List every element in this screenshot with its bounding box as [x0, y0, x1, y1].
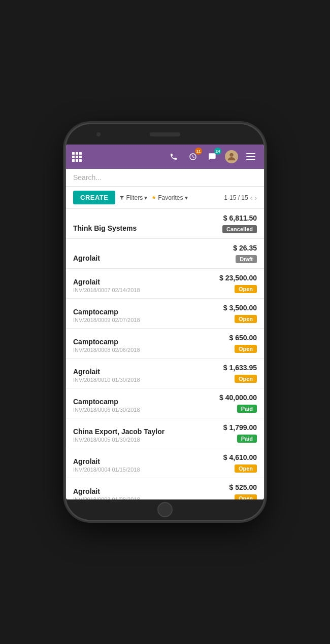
- invoice-right: $ 23,500.00 Open: [219, 274, 257, 293]
- activity-badge: 11: [195, 148, 202, 155]
- invoice-right: $ 650.00 Open: [229, 334, 257, 353]
- chat-badge: 24: [214, 148, 221, 155]
- prev-page-button[interactable]: ‹: [250, 194, 253, 202]
- invoice-left: Agrolait INV/2018/0010 01/30/2018: [73, 368, 140, 383]
- status-badge: Open: [235, 285, 257, 293]
- invoice-item[interactable]: Agrolait INV/2018/0010 01/30/2018 $ 1,63…: [66, 359, 264, 388]
- invoice-amount: $ 1,799.00: [223, 423, 257, 432]
- phone-button[interactable]: [167, 150, 181, 164]
- create-button[interactable]: CREATE: [73, 191, 115, 204]
- invoice-company: Agrolait: [73, 254, 100, 262]
- activity-button[interactable]: 11: [186, 150, 200, 164]
- invoice-amount: $ 23,500.00: [219, 274, 257, 282]
- status-badge: Open: [235, 345, 257, 353]
- menu-icon-area[interactable]: [72, 152, 82, 162]
- grid-menu-icon[interactable]: [72, 152, 82, 162]
- invoice-amount: $ 4,610.00: [223, 453, 257, 461]
- invoice-company: Agrolait: [73, 278, 140, 286]
- invoice-company: China Export, Jacob Taylor: [73, 427, 164, 436]
- status-badge: Paid: [237, 405, 257, 413]
- favorites-button[interactable]: Favorites ▾: [151, 194, 187, 201]
- status-badge: Draft: [236, 255, 257, 263]
- next-page-button[interactable]: ›: [254, 194, 257, 202]
- invoice-left: Agrolait INV/2018/0003 01/08/2018: [73, 487, 140, 499]
- invoice-company: Think Big Systems: [73, 224, 137, 232]
- invoice-left: Camptocamp INV/2018/0009 02/07/2018: [73, 308, 140, 323]
- invoice-company: Camptocamp: [73, 308, 140, 316]
- front-camera: [96, 132, 101, 136]
- invoice-item[interactable]: Agrolait INV/2018/0003 01/08/2018 $ 525.…: [66, 478, 264, 499]
- invoice-right: $ 40,000.00 Paid: [219, 393, 257, 413]
- invoice-amount: $ 6,811.50: [222, 214, 257, 222]
- invoice-company: Agrolait: [73, 487, 140, 495]
- invoice-ref: INV/2018/0008 02/06/2018: [73, 347, 140, 353]
- favorites-label: Favorites: [158, 194, 183, 201]
- svg-rect-2: [246, 156, 255, 157]
- invoice-list: Think Big Systems $ 6,811.50 Cancelled A…: [66, 209, 264, 499]
- invoice-item[interactable]: Camptocamp INV/2018/0009 02/07/2018 $ 3,…: [66, 299, 264, 329]
- invoice-company: Agrolait: [73, 368, 140, 376]
- invoice-right: $ 6,811.50 Cancelled: [222, 214, 257, 233]
- pagination-text: 1-15 / 15: [224, 194, 248, 201]
- star-icon: [151, 195, 156, 200]
- invoice-right: $ 4,610.00 Open: [223, 453, 257, 473]
- search-input[interactable]: [73, 173, 257, 182]
- filters-chevron: ▾: [144, 194, 147, 201]
- invoice-ref: INV/2018/0009 02/07/2018: [73, 317, 140, 323]
- filters-button[interactable]: Filters ▾: [119, 194, 147, 201]
- invoice-left: Camptocamp INV/2018/0008 02/06/2018: [73, 338, 140, 353]
- avatar: [225, 150, 238, 163]
- invoice-amount: $ 3,500.00: [223, 304, 257, 312]
- status-badge: Open: [235, 494, 257, 499]
- invoice-item[interactable]: Agrolait $ 26.35 Draft: [66, 239, 264, 269]
- status-badge: Open: [235, 464, 257, 473]
- invoice-right: $ 1,633.95 Open: [223, 364, 257, 383]
- invoice-amount: $ 525.00: [229, 483, 257, 491]
- filters-label: Filters: [126, 194, 143, 201]
- invoice-ref: INV/2018/0010 01/30/2018: [73, 377, 140, 383]
- invoice-ref: INV/2018/0006 01/30/2018: [73, 407, 140, 413]
- status-badge: Paid: [237, 435, 257, 443]
- invoice-left: Think Big Systems: [73, 224, 137, 233]
- home-button[interactable]: [157, 502, 173, 517]
- invoice-right: $ 1,799.00 Paid: [223, 423, 257, 443]
- toolbar: CREATE Filters ▾ Favorites ▾ 1-1: [66, 187, 264, 209]
- svg-point-0: [229, 153, 233, 157]
- invoice-left: China Export, Jacob Taylor INV/2018/0005…: [73, 427, 164, 443]
- speaker: [150, 132, 180, 136]
- invoice-right: $ 525.00 Open: [229, 483, 257, 499]
- invoice-left: Camptocamp INV/2018/0006 01/30/2018: [73, 398, 140, 413]
- invoice-item[interactable]: China Export, Jacob Taylor INV/2018/0005…: [66, 418, 264, 448]
- invoice-company: Camptocamp: [73, 338, 140, 346]
- pagination: 1-15 / 15 ‹ ›: [224, 194, 257, 202]
- hamburger-menu-button[interactable]: [244, 150, 258, 164]
- svg-rect-3: [246, 159, 255, 160]
- invoice-company: Agrolait: [73, 457, 140, 466]
- main-content: CREATE Filters ▾ Favorites ▾ 1-1: [66, 169, 264, 499]
- search-bar[interactable]: [66, 169, 264, 187]
- invoice-amount: $ 26.35: [233, 244, 257, 252]
- invoice-item[interactable]: Agrolait INV/2018/0007 02/14/2018 $ 23,5…: [66, 269, 264, 299]
- invoice-left: Agrolait INV/2018/0007 02/14/2018: [73, 278, 140, 293]
- invoice-ref: INV/2018/0004 01/15/2018: [73, 467, 140, 473]
- invoice-left: Agrolait: [73, 254, 100, 263]
- invoice-amount: $ 1,633.95: [223, 364, 257, 372]
- invoice-item[interactable]: Agrolait INV/2018/0004 01/15/2018 $ 4,61…: [66, 448, 264, 478]
- invoice-item[interactable]: Camptocamp INV/2018/0006 01/30/2018 $ 40…: [66, 388, 264, 418]
- invoice-amount: $ 650.00: [229, 334, 257, 342]
- invoice-item[interactable]: Think Big Systems $ 6,811.50 Cancelled: [66, 209, 264, 239]
- chat-button[interactable]: 24: [205, 150, 219, 164]
- user-avatar-button[interactable]: [224, 150, 239, 164]
- invoice-item[interactable]: Camptocamp INV/2018/0008 02/06/2018 $ 65…: [66, 329, 264, 359]
- invoice-right: $ 3,500.00 Open: [223, 304, 257, 323]
- status-badge: Open: [235, 375, 257, 383]
- favorites-chevron: ▾: [185, 194, 188, 201]
- filter-icon: [119, 195, 124, 200]
- invoice-ref: INV/2018/0005 01/30/2018: [73, 437, 164, 443]
- invoice-company: Camptocamp: [73, 398, 140, 406]
- invoice-ref: INV/2018/0007 02/14/2018: [73, 287, 140, 293]
- invoice-amount: $ 40,000.00: [219, 393, 257, 402]
- status-badge: Open: [235, 315, 257, 323]
- top-navigation-bar: 11 24: [66, 145, 264, 169]
- status-badge: Cancelled: [222, 225, 257, 233]
